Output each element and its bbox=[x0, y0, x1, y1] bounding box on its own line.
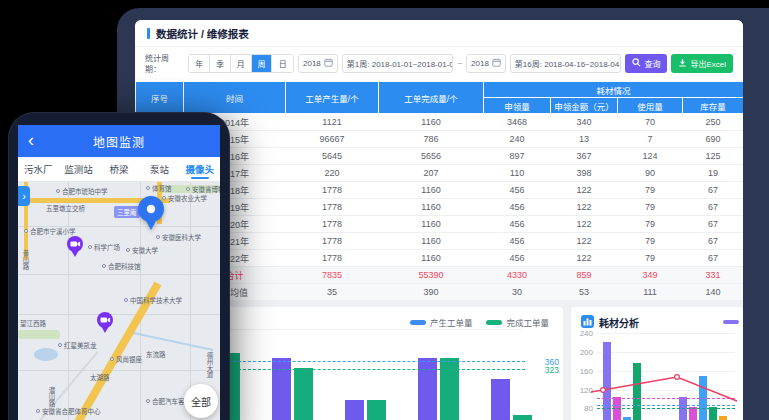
legend-swatch bbox=[486, 320, 502, 325]
table-cell: 110 bbox=[484, 165, 551, 182]
table-cell: 7 bbox=[618, 131, 683, 148]
table-cell: 55390 bbox=[379, 267, 484, 284]
camera-marker-icon[interactable] bbox=[66, 236, 84, 258]
camera-marker-icon[interactable] bbox=[96, 312, 114, 334]
query-button-label: 查询 bbox=[644, 58, 660, 69]
table-cell: 1778 bbox=[286, 233, 379, 250]
map-label: 五里墩立交桥 bbox=[46, 203, 85, 213]
map-label-dot bbox=[186, 187, 190, 191]
table-cell: 125 bbox=[683, 148, 744, 165]
all-button[interactable]: 全部 bbox=[184, 384, 218, 418]
search-icon bbox=[632, 58, 641, 69]
period-option[interactable]: 周 bbox=[252, 55, 273, 72]
table-cell: 690 bbox=[683, 131, 744, 148]
period-option[interactable]: 月 bbox=[231, 55, 252, 72]
phone-tab-泵站[interactable]: 泵站 bbox=[139, 157, 179, 181]
table-cell: 70 bbox=[618, 114, 683, 131]
start-week-value: 第1周: 2018-01-01~2018-01-07 bbox=[347, 58, 454, 69]
map-label: 红星美凯龙 bbox=[58, 340, 97, 350]
table-cell: 1778 bbox=[286, 216, 379, 233]
sub-column-header: 使用量 bbox=[618, 98, 683, 114]
workorder-chart-plot: 360323 bbox=[223, 329, 523, 420]
trend-line bbox=[597, 333, 735, 420]
consumables-chart-title: 耗材分析 bbox=[599, 315, 639, 330]
street bbox=[190, 182, 191, 420]
period-option[interactable]: 日 bbox=[272, 55, 293, 72]
phone-tab-污水厂[interactable]: 污水厂 bbox=[18, 157, 58, 181]
map-label-dot bbox=[110, 357, 114, 361]
map-label: 安徽医科大学 bbox=[156, 232, 201, 242]
phone-tab-桥梁[interactable]: 桥梁 bbox=[99, 157, 139, 181]
y-axis-tick-label: 80 bbox=[573, 404, 593, 413]
export-excel-button[interactable]: 导出Excel bbox=[671, 54, 733, 73]
table-cell: 340 bbox=[551, 114, 618, 131]
table-cell: 1778 bbox=[286, 250, 379, 267]
back-chevron-icon[interactable]: ‹ bbox=[28, 129, 34, 151]
table-cell: 140 bbox=[683, 284, 744, 301]
start-week-input[interactable]: 第1周: 2018-01-01~2018-01-07 bbox=[342, 54, 454, 73]
legend-item: 产生工单量 bbox=[410, 316, 473, 328]
table-cell: 30 bbox=[484, 284, 551, 301]
river bbox=[129, 331, 214, 351]
period-option[interactable]: 年 bbox=[189, 55, 210, 72]
table-cell: 1160 bbox=[379, 216, 484, 233]
map-label: 安徽大学 bbox=[126, 245, 158, 255]
y-axis-tick-label: 120 bbox=[573, 386, 593, 395]
legend-swatch bbox=[410, 320, 426, 325]
map-label-dot bbox=[24, 229, 28, 233]
selected-location-pin-icon[interactable] bbox=[136, 195, 166, 231]
end-year-select[interactable]: 2018 bbox=[466, 54, 506, 73]
table-cell: 111 bbox=[618, 284, 683, 301]
map-label: 风尚银座 bbox=[110, 354, 142, 364]
start-year-select[interactable]: 2018 bbox=[298, 54, 338, 73]
map-view[interactable]: 合肥市琥珀中学体育馆安徽农业大学安徽省博物馆五里墩立交桥合肥市宁溪小学安徽医科大… bbox=[18, 182, 220, 420]
map-label: 太湖路 bbox=[90, 372, 110, 382]
map-label: 中国科学技术大学 bbox=[124, 295, 182, 305]
table-cell: 367 bbox=[551, 148, 618, 165]
map-label: 合肥科技馆 bbox=[102, 261, 141, 271]
chart-bar bbox=[367, 400, 386, 420]
table-cell: 67 bbox=[683, 250, 744, 267]
chart-bar bbox=[418, 358, 437, 420]
reference-line: 323 bbox=[223, 369, 525, 370]
phone-tab-摄像头[interactable]: 摄像头 bbox=[180, 157, 220, 181]
table-cell: 124 bbox=[618, 148, 683, 165]
chart-bar bbox=[440, 358, 459, 420]
chart-bar bbox=[345, 400, 364, 420]
sub-column-header: 申领量 bbox=[484, 98, 551, 114]
header-row: 序号时间工单产生量/个工单完成量/个耗材情况 bbox=[136, 82, 744, 98]
panel-expander-icon[interactable]: › bbox=[18, 186, 30, 206]
end-week-input[interactable]: 第16周: 2018-04-16~2018-04-22 bbox=[510, 54, 622, 73]
table-cell: 456 bbox=[484, 216, 551, 233]
table-cell: 53 bbox=[551, 284, 618, 301]
accent-bar bbox=[147, 28, 150, 39]
table-cell: 122 bbox=[551, 233, 618, 250]
stage: 数据统计 / 维修报表 统计周期： 年季月周日 2018 第1周: 2018-0… bbox=[0, 0, 769, 420]
period-option[interactable]: 季 bbox=[210, 55, 231, 72]
phone-tab-bar: 污水厂监测站桥梁泵站摄像头 bbox=[18, 157, 220, 182]
period-segmented: 年季月周日 bbox=[188, 54, 294, 73]
y-axis-tick-label: 200 bbox=[573, 348, 593, 357]
query-button[interactable]: 查询 bbox=[625, 54, 667, 73]
consumables-chart-title-row: 耗材分析 bbox=[581, 315, 639, 330]
table-cell: 1160 bbox=[379, 182, 484, 199]
map-label: 体育馆 bbox=[146, 183, 172, 193]
table-cell: 1160 bbox=[379, 114, 484, 131]
map-label-dot bbox=[36, 409, 40, 413]
reference-line: 360 bbox=[223, 361, 525, 362]
y-axis-tick-label: 240 bbox=[573, 329, 593, 338]
table-cell: 349 bbox=[618, 267, 683, 284]
table-cell: 456 bbox=[484, 182, 551, 199]
chart-bar bbox=[513, 415, 532, 420]
table-cell: 207 bbox=[379, 165, 484, 182]
calendar-icon bbox=[492, 58, 501, 69]
table-cell: 5656 bbox=[379, 148, 484, 165]
phone-tab-监测站[interactable]: 监测站 bbox=[58, 157, 98, 181]
calendar-icon bbox=[324, 58, 333, 69]
chart-card-icon bbox=[581, 315, 594, 330]
table-cell: 13 bbox=[551, 131, 618, 148]
table-cell: 786 bbox=[379, 131, 484, 148]
map-label: 望江西路 bbox=[20, 318, 46, 328]
consumables-legend-fragment bbox=[723, 320, 739, 324]
table-cell: 96667 bbox=[286, 131, 379, 148]
